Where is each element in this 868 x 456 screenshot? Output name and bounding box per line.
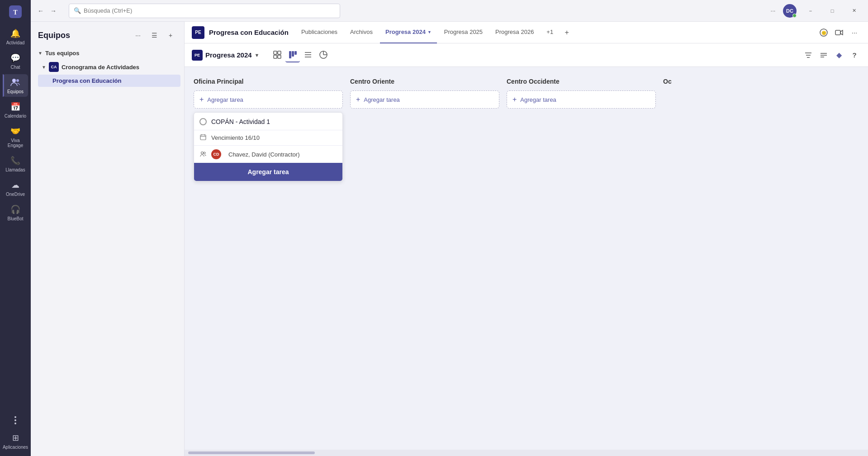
search-icon: 🔍 [74, 7, 81, 14]
sidebar-item-viva[interactable]: 🤝 Viva Engage [3, 123, 28, 151]
sidebar-item-bluebot[interactable]: 🎧 BlueBot [3, 201, 28, 224]
group-button[interactable] [817, 49, 830, 62]
active-indicator [3, 74, 4, 97]
planner-chevron-icon[interactable]: ▼ [255, 52, 260, 58]
add-task-button-oriente[interactable]: + Agregar tarea [350, 90, 499, 109]
bucket-oficina-principal: Oficina Principal + Agregar tarea [194, 76, 343, 181]
add-task-button-oficina[interactable]: + Agregar tarea [194, 90, 343, 109]
channel-item-progresa[interactable]: Progresa con Educación [38, 75, 180, 87]
view-chart-button[interactable] [316, 48, 331, 62]
video-button[interactable] [833, 26, 845, 39]
planner-icon: PE [192, 50, 203, 61]
task-name-input[interactable] [211, 118, 337, 125]
calendar-icon [199, 134, 207, 142]
sidebar-item-llamadas[interactable]: 📞 Llamadas [3, 152, 28, 175]
titlebar-right: ··· DC − □ ✕ [767, 4, 864, 18]
task-name-row [194, 113, 342, 130]
right-panel: ← → 🔍 Búsqueda (Ctrl+E) ··· DC − □ ✕ [31, 0, 868, 456]
bluebot-icon: 🎧 [10, 204, 21, 215]
tab-progresa2026[interactable]: Progresa 2026 [490, 22, 539, 43]
aplicaciones-icon: ⊞ [10, 432, 21, 443]
svg-text:🙂: 🙂 [821, 30, 827, 36]
equipos-icon [10, 77, 21, 88]
svg-rect-6 [835, 30, 840, 35]
tab-progresa2024[interactable]: Progresa 2024 ▼ [380, 22, 437, 43]
onedrive-icon: ☁ [10, 180, 21, 190]
viva-icon: 🤝 [10, 126, 21, 137]
bucket-centro-occidente: Centro Occidente + Agregar tarea [507, 76, 656, 109]
window-controls: − □ ✕ [800, 4, 864, 18]
premium-button[interactable]: ◆ [833, 49, 845, 62]
sidebar-item-calendario[interactable]: 📅 Calendario [3, 99, 28, 121]
help-button[interactable]: ? [848, 49, 861, 62]
plus-icon-oriente: + [356, 95, 360, 104]
board-area: Oficina Principal + Agregar tarea [185, 67, 868, 450]
filter-button[interactable] [802, 49, 815, 62]
nav-more-button[interactable]: ··· [132, 29, 144, 42]
svg-rect-11 [289, 51, 291, 58]
sidebar-item-chat[interactable]: 💬 Chat [3, 50, 28, 72]
sidebar-item-equipos[interactable]: Equipos [3, 74, 28, 97]
sidebar-more-dots[interactable] [11, 413, 20, 428]
tab-publicaciones[interactable]: Publicaciones [296, 22, 343, 43]
tab-add-button[interactable]: + [560, 26, 573, 39]
submit-task-button[interactable]: Agregar tarea [194, 163, 342, 181]
top-bar: ← → 🔍 Búsqueda (Ctrl+E) ··· DC − □ ✕ [31, 0, 868, 22]
minimize-button[interactable]: − [800, 4, 821, 18]
task-form-inner: Vencimiento 16/10 [194, 113, 342, 163]
sidebar-item-actividad[interactable]: 🔔 Actividad [3, 25, 28, 48]
scrollbar-thumb[interactable] [188, 451, 315, 454]
channel-header: PE Progresa con Educación [192, 26, 289, 39]
more-options-button[interactable]: ··· [767, 5, 779, 17]
team-list: ▼ CA Cronograma de Actividades Progresa … [34, 59, 180, 87]
cronograma-team-header[interactable]: ▼ CA Cronograma de Actividades [38, 59, 180, 75]
maximize-button[interactable]: □ [822, 4, 843, 18]
board-scrollbar[interactable] [185, 450, 868, 456]
svg-point-3 [16, 79, 19, 82]
tab-chevron-icon: ▼ [427, 30, 432, 34]
chat-icon: 💬 [10, 52, 21, 63]
search-bar[interactable]: 🔍 Búsqueda (Ctrl+E) [69, 4, 340, 18]
view-board-button[interactable] [285, 48, 300, 62]
tab-right-controls: 🙂 ··· [817, 26, 861, 39]
sidebar-item-onedrive[interactable]: ☁ OneDrive [3, 177, 28, 200]
planner-toolbar: PE Progresa 2024 ▼ [185, 43, 868, 67]
task-complete-radio[interactable] [199, 118, 207, 125]
cronograma-avatar: CA [49, 62, 59, 72]
tus-equipos-header[interactable]: ▼ Tus equipos [34, 47, 180, 59]
bucket-oc: Oc [663, 76, 699, 87]
close-button[interactable]: ✕ [844, 4, 864, 18]
back-button[interactable]: ← [34, 5, 47, 17]
more-tabs-button[interactable]: ··· [848, 26, 861, 39]
sidebar-item-aplicaciones[interactable]: ⊞ Aplicaciones [3, 430, 28, 452]
task-assignee-row: CD Chavez, David (Contractor) [194, 146, 342, 163]
user-status-indicator [792, 14, 797, 18]
bucket-header-oriente: Centro Oriente [350, 76, 499, 87]
add-task-button-occidente[interactable]: + Agregar tarea [507, 90, 656, 109]
bucket-header-oficina: Oficina Principal [194, 76, 343, 87]
assignee-icon [199, 151, 207, 158]
tab-progresa2025[interactable]: Progresa 2025 [439, 22, 488, 43]
content-area: PE Progresa con Educación Publicaciones … [185, 22, 868, 456]
below-topbar: Equipos ··· ☰ + ▼ Tus equipos ▼ CA [31, 22, 868, 456]
nav-filter-button[interactable]: ☰ [148, 29, 161, 42]
tab-archivos[interactable]: Archivos [345, 22, 378, 43]
user-avatar[interactable]: DC [783, 4, 797, 18]
search-placeholder: Búsqueda (Ctrl+E) [84, 7, 335, 14]
forward-button[interactable]: → [47, 5, 60, 17]
view-grid-button[interactable] [270, 48, 285, 62]
nav-add-button[interactable]: + [164, 29, 177, 42]
teams-logo[interactable]: T [7, 4, 24, 20]
cronograma-chevron-icon: ▼ [42, 65, 46, 70]
calendario-icon: 📅 [10, 101, 21, 112]
plus-icon: + [199, 95, 204, 104]
meet-button[interactable]: 🙂 [817, 26, 830, 39]
plus-icon-occidente: + [512, 95, 517, 104]
bucket-header-occidente: Centro Occidente [507, 76, 656, 87]
svg-rect-10 [278, 55, 281, 58]
nav-team-section: ▼ Tus equipos ▼ CA Cronograma de Activid… [31, 45, 184, 89]
actividad-icon: 🔔 [10, 28, 21, 39]
tab-more[interactable]: +1 [541, 22, 559, 43]
view-schedule-button[interactable] [301, 48, 315, 62]
planner-name: PE Progresa 2024 ▼ [192, 50, 259, 61]
